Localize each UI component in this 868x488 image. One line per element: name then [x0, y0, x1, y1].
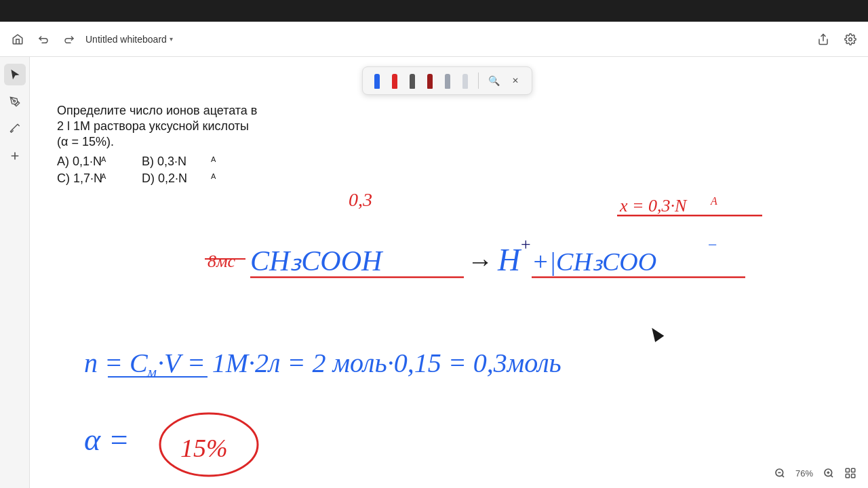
svg-text:x = 0,3·N: x = 0,3·N	[619, 196, 688, 216]
add-tool[interactable]	[4, 145, 26, 167]
svg-text:8мс: 8мс	[208, 251, 236, 271]
svg-line-40	[782, 475, 784, 477]
bottom-bar: 76%	[762, 458, 868, 488]
svg-text:2 l 1M раствора уксусной кисло: 2 l 1M раствора уксусной кислоты	[57, 119, 249, 133]
app-bar: Untitled whiteboard ▾	[0, 22, 868, 57]
whiteboard-area[interactable]: 🔍 ✕ Определите число ионов ацетата в 2 l…	[30, 57, 868, 488]
pen-toolbar: 🔍 ✕	[362, 66, 532, 95]
svg-line-43	[831, 475, 833, 477]
svg-rect-47	[852, 468, 855, 472]
svg-rect-46	[846, 468, 849, 472]
svg-text:А: А	[211, 155, 216, 163]
svg-text:м: м	[146, 363, 157, 380]
svg-text:С) 1,7·N: С) 1,7·N	[57, 171, 102, 185]
svg-rect-49	[846, 474, 849, 478]
pen-toolbar-divider	[478, 73, 479, 89]
svg-text:CH₃COOH: CH₃COOH	[250, 245, 384, 277]
settings-button[interactable]	[841, 30, 860, 49]
share-button[interactable]	[814, 30, 833, 49]
whiteboard-svg: Определите число ионов ацетата в 2 l 1M …	[30, 57, 868, 488]
undo-button[interactable]	[34, 30, 53, 49]
svg-text:Определите число ионов ацетата: Определите число ионов ацетата в	[57, 104, 257, 117]
svg-text:n = C: n = C	[84, 348, 149, 378]
app-bar-left: Untitled whiteboard ▾	[8, 30, 173, 49]
svg-text:→: →	[467, 247, 493, 276]
titlebar	[0, 0, 868, 22]
pen-color-red[interactable]	[387, 71, 402, 90]
svg-text:A: A	[710, 195, 717, 207]
svg-text:D) 0,2·N: D) 0,2·N	[142, 171, 187, 185]
svg-text:А: А	[211, 172, 216, 180]
redo-button[interactable]	[60, 30, 79, 49]
highlighter-tool[interactable]	[4, 118, 26, 140]
pen-color-crimson[interactable]	[422, 71, 437, 90]
fit-to-screen-button[interactable]	[841, 464, 860, 483]
pen-color-gray[interactable]	[440, 71, 455, 90]
svg-text:(α = 15%).: (α = 15%).	[57, 135, 114, 148]
svg-line-4	[18, 124, 20, 126]
pen-color-dark[interactable]	[405, 71, 420, 90]
svg-text:А) 0,1·N: А) 0,1·N	[57, 155, 102, 168]
svg-text:0,3: 0,3	[349, 189, 372, 210]
title-chevron-icon: ▾	[170, 35, 173, 43]
svg-text:+|CH₃COO: +|CH₃COO	[532, 247, 656, 276]
svg-point-1	[849, 37, 852, 41]
pen-search-button[interactable]: 🔍	[484, 71, 503, 90]
svg-text:А: А	[101, 172, 106, 180]
pen-color-light-gray[interactable]	[458, 71, 473, 90]
svg-text:H: H	[497, 243, 522, 277]
left-toolbar	[0, 57, 30, 488]
svg-rect-48	[852, 474, 855, 478]
svg-text:·V = 1М·2л = 2 моль·0,15 = 0,3: ·V = 1М·2л = 2 моль·0,15 = 0,3моль	[157, 348, 561, 378]
svg-text:В) 0,3·N: В) 0,3·N	[142, 155, 186, 168]
pen-color-blue[interactable]	[370, 71, 384, 90]
svg-text:−: −	[708, 236, 717, 253]
app-bar-right	[814, 30, 860, 49]
svg-text:А: А	[101, 155, 106, 163]
select-tool[interactable]	[4, 64, 26, 85]
svg-point-2	[14, 100, 16, 102]
zoom-level: 76%	[792, 468, 816, 479]
pen-tool[interactable]	[4, 91, 26, 113]
cursor	[648, 325, 665, 342]
pen-close-button[interactable]: ✕	[506, 71, 525, 90]
svg-text:15%: 15%	[180, 434, 228, 462]
svg-text:α =: α =	[84, 422, 130, 457]
zoom-in-button[interactable]	[819, 464, 838, 483]
whiteboard-title: Untitled whiteboard	[85, 34, 167, 45]
svg-line-3	[12, 124, 18, 129]
main-content: 🔍 ✕ Определите число ионов ацетата в 2 l…	[0, 57, 868, 488]
svg-text:+: +	[521, 235, 531, 254]
home-button[interactable]	[8, 30, 27, 49]
zoom-out-button[interactable]	[770, 464, 789, 483]
svg-point-38	[160, 413, 258, 476]
title-area[interactable]: Untitled whiteboard ▾	[85, 34, 173, 45]
